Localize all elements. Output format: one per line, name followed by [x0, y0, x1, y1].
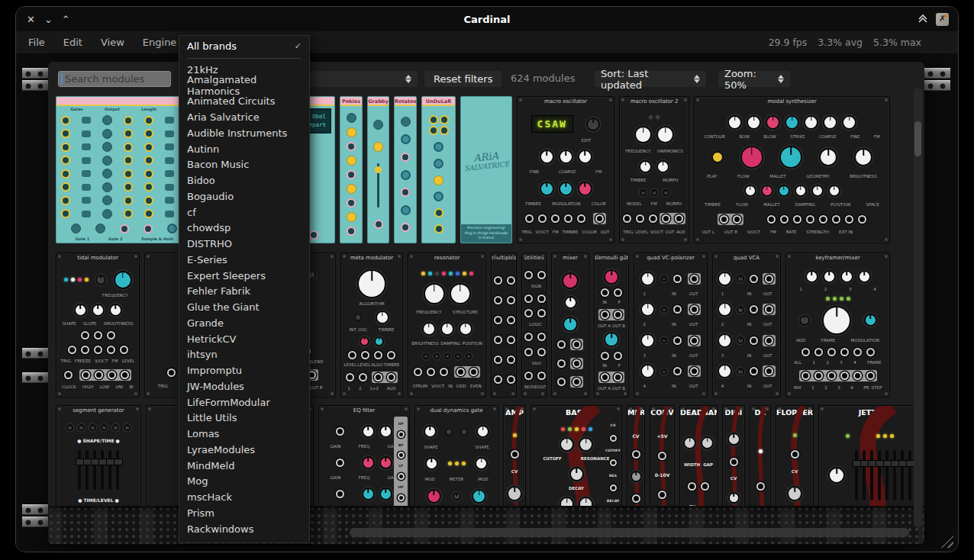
reset-filters-button[interactable]: Reset filters [424, 71, 502, 87]
module-mixer[interactable]: mixer [551, 253, 589, 397]
brand-menu-item[interactable]: E-Series [179, 252, 309, 268]
jack[interactable] [61, 196, 70, 205]
brand-menu-item[interactable]: Aria Salvatrice [179, 109, 309, 125]
port-jack[interactable] [401, 223, 410, 232]
port-jack[interactable] [347, 170, 356, 179]
module-keyframer-mixer[interactable]: keyframer/mixer1234ADDFRAMEMODULATIONALL… [785, 253, 890, 397]
switch[interactable] [82, 184, 91, 191]
menu-edit[interactable]: Edit [63, 37, 82, 48]
switch[interactable] [165, 130, 174, 137]
app-icon[interactable]: ✗ [936, 13, 949, 26]
jack[interactable] [120, 224, 129, 233]
brand-menu-item[interactable]: MindMeld [179, 458, 309, 474]
slider[interactable] [93, 450, 96, 490]
brand-menu-item[interactable]: Bacon Music [179, 157, 309, 173]
port-jack[interactable] [401, 153, 410, 162]
brand-menu-item[interactable]: Audible Instruments [179, 125, 309, 141]
port-jack[interactable] [374, 220, 383, 229]
brand-menu-item[interactable]: cf [179, 204, 309, 220]
jack[interactable] [61, 169, 70, 179]
menu-file[interactable]: File [28, 37, 45, 48]
slider[interactable] [855, 450, 858, 500]
knob[interactable] [401, 117, 411, 127]
port-jack[interactable] [347, 227, 356, 236]
jack[interactable] [124, 209, 133, 218]
jack[interactable] [61, 182, 70, 191]
module-aria-art[interactable]: ARiASALVATRICEPrecision engineering! Plu… [460, 96, 512, 243]
jack[interactable] [124, 196, 133, 205]
knob[interactable] [373, 120, 383, 130]
brand-menu-item[interactable]: ihtsyn [179, 347, 309, 363]
port-jack[interactable] [347, 198, 356, 208]
slider[interactable] [870, 450, 873, 500]
port-jack[interactable] [434, 224, 443, 233]
brand-menu-item[interactable]: Expert Sleepers [179, 268, 309, 284]
switch[interactable] [82, 197, 91, 204]
brand-menu-item-all[interactable]: All brands ✓ [179, 36, 309, 56]
brand-menu-item[interactable]: HetrickCV [179, 331, 309, 347]
module-multiples[interactable]: multiples [491, 253, 517, 397]
switch[interactable] [165, 170, 174, 177]
brand-menu-item[interactable]: Little Utils [179, 410, 309, 426]
slider[interactable] [863, 450, 866, 500]
switch[interactable] [165, 143, 174, 150]
slider[interactable] [78, 450, 81, 490]
sort-dropdown[interactable]: Sort: Last updated [595, 71, 706, 87]
switch[interactable] [82, 170, 91, 177]
jack[interactable] [144, 209, 153, 218]
module-rotatoes[interactable]: Rotatoes [394, 96, 417, 243]
round-button[interactable] [354, 314, 362, 321]
knob[interactable] [401, 205, 411, 215]
brand-menu-item[interactable]: Impromptu [179, 362, 309, 378]
brand-menu-item[interactable]: Bogaudio [179, 188, 309, 204]
jack[interactable] [102, 169, 112, 179]
jack[interactable] [95, 224, 105, 233]
knob[interactable] [347, 212, 356, 222]
knob[interactable] [401, 170, 411, 180]
slider[interactable] [101, 450, 104, 490]
module-quad-vc-polarizer[interactable]: quad VC-polarizer1INOUT2INOUT3INOUT4INOU… [634, 253, 708, 397]
jack[interactable] [124, 143, 133, 152]
jack[interactable] [124, 169, 133, 179]
jack[interactable] [102, 142, 112, 152]
knob[interactable] [434, 175, 443, 185]
jack[interactable] [102, 115, 112, 125]
switch[interactable] [165, 197, 174, 204]
brand-menu-item[interactable]: Autinn [179, 141, 309, 157]
jack[interactable] [124, 156, 133, 165]
jack[interactable] [144, 169, 153, 179]
jack[interactable] [144, 224, 153, 233]
jack[interactable] [61, 116, 70, 125]
module-modal-synthesizer[interactable]: modal synthesizerCONTOURBOWBLOWSTRIKECOA… [694, 96, 890, 243]
jack[interactable] [167, 224, 177, 233]
knob[interactable] [347, 113, 356, 123]
jack[interactable] [102, 209, 112, 219]
knob[interactable] [401, 134, 411, 144]
brand-menu-item[interactable]: mscHack [179, 489, 309, 505]
menu-view[interactable]: View [101, 37, 124, 48]
port-jack[interactable] [401, 188, 410, 197]
brand-menu-item[interactable]: DISTRHO [179, 236, 309, 252]
knob[interactable] [373, 142, 383, 152]
jack[interactable] [144, 182, 153, 191]
knob[interactable] [347, 156, 356, 166]
brand-menu-item[interactable]: Mog [179, 474, 309, 490]
slider[interactable] [108, 450, 111, 490]
slider-bank[interactable] [78, 450, 119, 490]
module-pokies[interactable]: Pokies [340, 96, 363, 243]
knob[interactable] [347, 184, 356, 194]
brand-menu-item[interactable]: Rackwindows [179, 521, 309, 537]
module-utilities[interactable]: utilitiesSIGNLOGICS&HNOISEOUT [521, 253, 547, 397]
vertical-scrollbar-thumb[interactable] [914, 121, 921, 156]
knob[interactable] [434, 191, 443, 201]
switch[interactable] [82, 211, 91, 217]
slider[interactable] [116, 450, 119, 490]
knob[interactable] [347, 127, 356, 137]
round-button[interactable] [445, 428, 453, 436]
jack[interactable] [61, 209, 70, 218]
module-meta-modulator[interactable]: meta modulatorALGORITHMINT. OSCTIMBRELEV… [340, 253, 403, 397]
brand-menu-item[interactable]: Amalgamated Harmonics [179, 78, 309, 94]
knob[interactable] [434, 159, 443, 169]
zoom-dropdown[interactable]: Zoom: 50% [718, 71, 790, 87]
jack[interactable] [144, 196, 153, 205]
